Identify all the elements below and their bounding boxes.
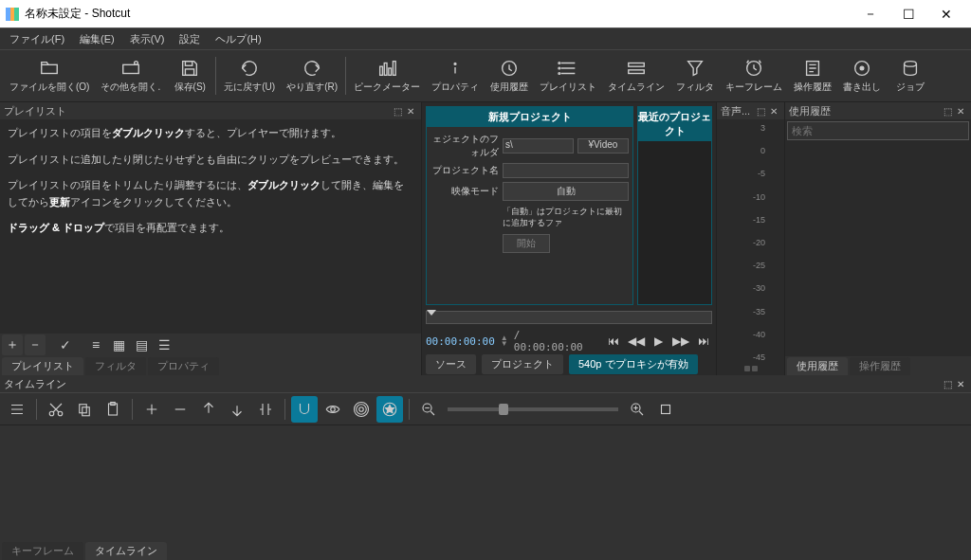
filter-button[interactable]: フィルタ — [670, 56, 720, 96]
skip-end-button[interactable]: ⏭ — [695, 334, 712, 348]
svg-rect-5 — [380, 66, 383, 75]
ripple-all-button[interactable] — [376, 396, 403, 423]
timecode-spinner[interactable]: ▲▼ — [501, 335, 508, 347]
titlebar: 名称未設定 - Shotcut － ☐ ✕ — [0, 0, 971, 28]
playlist-list-view-button[interactable]: ≡ — [85, 334, 106, 355]
start-button[interactable]: 開始 — [503, 234, 550, 253]
svg-rect-34 — [662, 405, 670, 413]
tab-keyframes[interactable]: キーフレーム — [2, 542, 83, 560]
tab-operation-history[interactable]: 操作履歴 — [850, 357, 910, 375]
timeline-pin-icon[interactable]: ⬚ — [941, 379, 954, 389]
playlist-menu-button[interactable]: ☰ — [154, 334, 174, 355]
svg-rect-8 — [393, 62, 395, 76]
zoom-in-button[interactable] — [624, 396, 650, 423]
menu-edit[interactable]: 編集(E) — [74, 30, 120, 48]
keyframes-button[interactable]: キーフレーム — [720, 56, 788, 96]
menu-file[interactable]: ファイル(F) — [4, 30, 70, 48]
history-pin-icon[interactable]: ⬚ — [941, 106, 954, 117]
player-tab-proxy[interactable]: 540p でプロキシが有効 — [569, 354, 698, 374]
svg-rect-4 — [186, 69, 194, 75]
playlist-check-button[interactable]: ✓ — [55, 334, 76, 355]
playlist-pin-icon[interactable]: ⬚ — [391, 106, 404, 117]
menu-help[interactable]: ヘルプ(H) — [210, 30, 266, 48]
usage-history-button[interactable]: 使用履歴 — [485, 56, 534, 96]
append-button[interactable] — [138, 396, 165, 423]
ripple-button[interactable] — [348, 396, 375, 423]
player-tab-project[interactable]: プロジェクト — [482, 354, 563, 374]
folder-browse-button[interactable]: ¥Video — [577, 138, 629, 154]
operation-history-button[interactable]: 操作履歴 — [788, 56, 837, 96]
undo-button[interactable]: 元に戻す(U) — [218, 56, 281, 96]
peak-meter-button[interactable]: ピークメーター — [348, 56, 426, 96]
split-button[interactable] — [252, 396, 279, 423]
project-name-input[interactable] — [503, 163, 629, 178]
player-panel: 新規プロジェクト ェジェクトのフォルダ s\ ¥Video プロジェクト名 映像… — [422, 102, 716, 375]
menubar: ファイル(F) 編集(E) 表示(V) 設定 ヘルプ(H) — [0, 28, 971, 49]
history-panel: 使用履歴 ⬚ ✕ 使用履歴 操作履歴 — [784, 102, 971, 375]
svg-point-27 — [331, 406, 336, 411]
scrub-bar[interactable] — [422, 309, 716, 330]
svg-point-19 — [860, 66, 864, 70]
player-tab-source[interactable]: ソース — [426, 354, 476, 374]
open-file-button[interactable]: ファイルを開く(O) — [4, 56, 95, 96]
playlist-remove-button[interactable]: － — [25, 334, 46, 355]
timeline-button[interactable]: タイムライン — [602, 56, 670, 96]
overwrite-button[interactable] — [224, 396, 250, 423]
forward-button[interactable]: ▶▶ — [672, 334, 689, 348]
video-mode-button[interactable]: 自動 — [503, 182, 629, 201]
close-button[interactable]: ✕ — [927, 7, 965, 22]
tab-playlist[interactable]: プレイリスト — [2, 357, 83, 375]
playlist-grid-view-button[interactable]: ▦ — [108, 334, 129, 355]
jobs-button[interactable]: ジョブ — [887, 56, 934, 96]
playlist-button[interactable]: プレイリスト — [534, 56, 602, 96]
maximize-button[interactable]: ☐ — [889, 7, 927, 22]
lift-button[interactable] — [195, 396, 222, 423]
timeline-close-icon[interactable]: ✕ — [954, 379, 967, 389]
paste-button[interactable] — [100, 396, 126, 423]
scrub-audio-button[interactable] — [320, 396, 346, 423]
rewind-button[interactable]: ◀◀ — [628, 334, 645, 348]
history-search[interactable] — [787, 121, 969, 140]
zoom-slider[interactable] — [448, 407, 618, 411]
export-button[interactable]: 書き出し — [837, 56, 887, 96]
timeline-menu-button[interactable] — [4, 396, 30, 423]
menu-view[interactable]: 表示(V) — [124, 30, 171, 48]
audio-pin-icon[interactable]: ⬚ — [754, 106, 767, 117]
remove-button[interactable] — [167, 396, 193, 423]
menu-settings[interactable]: 設定 — [174, 30, 206, 48]
playlist-close-icon[interactable]: ✕ — [404, 106, 417, 117]
redo-button[interactable]: やり直す(R) — [281, 56, 343, 96]
cut-button[interactable] — [43, 396, 69, 423]
recent-project-list[interactable] — [638, 141, 711, 304]
snap-button[interactable] — [291, 396, 318, 423]
history-list[interactable] — [785, 142, 971, 356]
transport-controls: 00:00:00:00 ▲▼ / 00:00:00:00 ⏮ ◀◀ ▶ ▶▶ ⏭ — [422, 330, 716, 352]
tab-filter[interactable]: フィルタ — [85, 357, 146, 375]
timecode-current[interactable]: 00:00:00:00 — [426, 335, 495, 348]
svg-point-2 — [135, 62, 138, 65]
tab-usage-history[interactable]: 使用履歴 — [787, 357, 848, 375]
properties-button[interactable]: プロパティ — [426, 56, 485, 96]
folder-input[interactable]: s\ — [503, 138, 574, 154]
playlist-add-button[interactable]: ＋ — [2, 334, 23, 355]
audio-close-icon[interactable]: ✕ — [767, 106, 780, 117]
audio-panel: 音声... ⬚ ✕ 3 0 -5 -10 -15 -20 -25 -30 -35… — [716, 102, 784, 375]
svg-point-20 — [905, 62, 917, 67]
save-button[interactable]: 保存(S) — [166, 56, 213, 96]
skip-start-button[interactable]: ⏮ — [605, 334, 622, 348]
playlist-table-view-button[interactable]: ▤ — [131, 334, 152, 355]
history-close-icon[interactable]: ✕ — [954, 106, 967, 117]
timeline-track-area[interactable] — [0, 425, 971, 541]
history-search-input[interactable] — [788, 122, 968, 139]
zoom-out-button[interactable] — [415, 396, 442, 423]
copy-button[interactable] — [71, 396, 98, 423]
svg-rect-1 — [123, 64, 139, 73]
audio-meters — [717, 366, 784, 375]
open-other-button[interactable]: その他を開く. — [95, 56, 166, 96]
video-mode-note: 「自動」はプロジェクトに最初に追加するファ — [431, 205, 629, 230]
tab-property[interactable]: プロパティ — [148, 357, 219, 375]
play-button[interactable]: ▶ — [650, 334, 668, 348]
zoom-fit-button[interactable] — [652, 396, 679, 423]
minimize-button[interactable]: － — [852, 6, 889, 23]
tab-timeline[interactable]: タイムライン — [85, 542, 167, 560]
